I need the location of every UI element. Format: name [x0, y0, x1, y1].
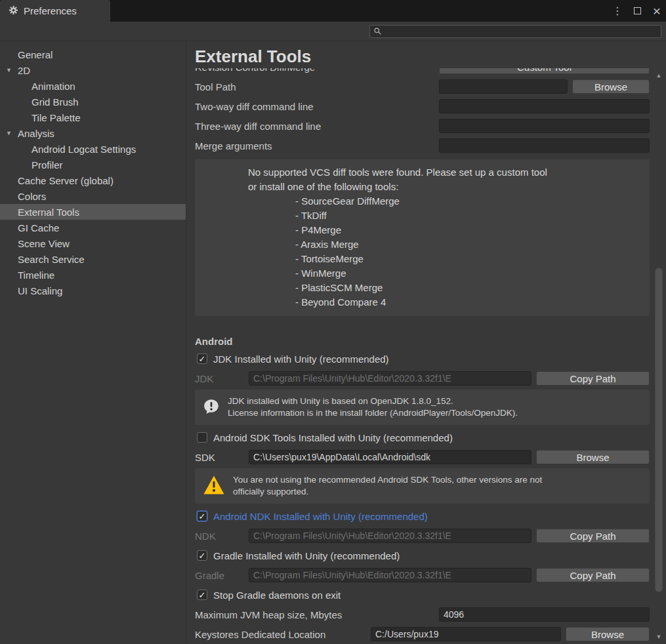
sidebar-item-colors[interactable]: Colors: [0, 188, 186, 204]
ndk-path-row: NDK C:\Program Files\Unity\Hub\Editor\20…: [195, 526, 650, 546]
toolbar: [0, 22, 666, 41]
sdk-installed-checkbox[interactable]: [197, 432, 207, 443]
jdk-info-box: JDK installed with Unity is based on Ope…: [195, 390, 650, 425]
android-section-header: Android: [195, 336, 650, 349]
sidebar-item-search-service[interactable]: Search Service: [0, 251, 186, 267]
jdk-installed-checkbox[interactable]: ✓: [197, 353, 207, 364]
sidebar-item-tile-palette[interactable]: Tile Palette: [0, 110, 186, 125]
sidebar-item-android-logcat-settings[interactable]: Android Logcat Settings: [0, 141, 186, 157]
title-bar: Preferences ⋮ ×: [0, 0, 666, 22]
jdk-path-field: C:\Program Files\Unity\Hub\Editor\2020.3…: [249, 371, 531, 386]
vertical-scrollbar[interactable]: ▲ ▼: [653, 71, 665, 641]
stop-gradle-daemons-label: Stop Gradle daemons on exit: [213, 590, 341, 601]
info-icon: [203, 398, 220, 417]
sdk-warning-box: You are not using the recommended Androi…: [195, 468, 650, 504]
sidebar-item-general[interactable]: General: [0, 47, 186, 62]
scroll-up-icon[interactable]: ▲: [653, 71, 665, 80]
tool-path-browse-button[interactable]: Browse: [572, 79, 650, 94]
tool-path-label: Tool Path: [195, 81, 439, 92]
keystores-browse-button[interactable]: Browse: [566, 627, 650, 641]
two-way-diff-row: Two-way diff command line: [195, 96, 650, 116]
check-icon: ✓: [199, 512, 206, 521]
merge-arguments-label: Merge arguments: [195, 140, 439, 151]
sidebar-item-2d[interactable]: ▼2D: [0, 62, 186, 78]
jdk-installed-label: JDK Installed with Unity (recommended): [213, 353, 389, 365]
revision-control-row: Revision Control Diff/Merge Custom Tool: [195, 68, 650, 77]
revision-control-label: Revision Control Diff/Merge: [195, 68, 439, 73]
jdk-path-row: JDK C:\Program Files\Unity\Hub\Editor\20…: [195, 369, 650, 388]
sdk-path-input[interactable]: [249, 450, 531, 464]
gradle-installed-checkbox[interactable]: ✓: [197, 550, 207, 561]
stop-gradle-daemons-checkbox[interactable]: ✓: [197, 590, 207, 600]
vcs-tool-item: - PlasticSCM Merge: [295, 281, 643, 295]
gear-icon: [9, 5, 18, 17]
page-title: External Tools: [195, 41, 650, 68]
chevron-down-icon[interactable]: ▼: [6, 130, 12, 136]
jdk-copy-path-button[interactable]: Copy Path: [536, 371, 650, 386]
sdk-path-row: SDK Browse: [195, 447, 650, 467]
vcs-tool-item: - Araxis Merge: [295, 237, 643, 252]
two-way-diff-input[interactable]: [439, 99, 650, 113]
vcs-tool-item: - SourceGear DiffMerge: [295, 194, 643, 209]
scrollbar-thumb[interactable]: [655, 268, 663, 592]
sdk-installed-label: Android SDK Tools Installed with Unity (…: [213, 432, 453, 443]
ndk-installed-checkbox[interactable]: ✓: [197, 511, 207, 521]
search-icon: [373, 26, 382, 37]
search-field[interactable]: [369, 25, 661, 38]
check-icon: ✓: [199, 552, 206, 560]
window-title: Preferences: [24, 5, 77, 16]
sidebar-item-grid-brush[interactable]: Grid Brush: [0, 94, 186, 110]
sidebar-item-analysis[interactable]: ▼Analysis: [0, 125, 186, 141]
sdk-browse-button[interactable]: Browse: [536, 450, 650, 464]
sidebar-item-profiler[interactable]: Profiler: [0, 157, 186, 172]
gradle-path-row: Gradle C:\Program Files\Unity\Hub\Editor…: [195, 565, 650, 585]
sidebar-item-external-tools[interactable]: External Tools: [0, 204, 186, 220]
kebab-menu-icon[interactable]: ⋮: [612, 6, 623, 16]
check-icon: ✓: [199, 591, 206, 599]
ndk-installed-row: ✓ Android NDK Installed with Unity (reco…: [195, 506, 650, 526]
vcs-tool-item: - TortoiseMerge: [295, 252, 643, 266]
sidebar-item-animation[interactable]: Animation: [0, 78, 186, 94]
sidebar-item-scene-view[interactable]: Scene View: [0, 235, 186, 251]
keystores-location-input[interactable]: [371, 627, 561, 641]
settings-sidebar: General ▼2D Animation Grid Brush Tile Pa…: [0, 41, 186, 643]
scroll-down-icon[interactable]: ▼: [653, 632, 665, 641]
jvm-heap-label: Maximum JVM heap size, Mbytes: [195, 609, 439, 620]
preferences-tab[interactable]: Preferences: [0, 0, 110, 22]
maximize-icon[interactable]: [632, 6, 642, 16]
gradle-copy-path-button[interactable]: Copy Path: [536, 568, 650, 582]
merge-arguments-row: Merge arguments: [195, 136, 650, 155]
keystores-location-label: Keystores Dedicated Location: [195, 629, 371, 640]
merge-arguments-input[interactable]: [439, 138, 650, 153]
sidebar-item-gi-cache[interactable]: GI Cache: [0, 220, 186, 235]
close-icon[interactable]: ×: [652, 6, 662, 16]
vcs-tool-item: - P4Merge: [295, 223, 643, 237]
gradle-installed-row: ✓ Gradle Installed with Unity (recommend…: [195, 546, 650, 565]
sdk-path-label: SDK: [195, 452, 249, 463]
vcs-tool-list: - SourceGear DiffMerge - TkDiff - P4Merg…: [295, 194, 643, 310]
ndk-path-label: NDK: [195, 531, 249, 542]
gradle-path-field: C:\Program Files\Unity\Hub\Editor\2020.3…: [249, 568, 531, 582]
chevron-down-icon[interactable]: ▼: [6, 67, 12, 73]
tool-path-input[interactable]: [439, 79, 568, 94]
two-way-diff-label: Two-way diff command line: [195, 101, 439, 112]
jdk-installed-row: ✓ JDK Installed with Unity (recommended): [195, 349, 650, 369]
vcs-tool-item: - Beyond Compare 4: [295, 295, 643, 310]
sidebar-item-cache-server[interactable]: Cache Server (global): [0, 172, 186, 188]
sidebar-item-timeline[interactable]: Timeline: [0, 267, 186, 283]
jvm-heap-input[interactable]: [439, 607, 650, 622]
external-tools-panel: External Tools Revision Control Diff/Mer…: [186, 41, 666, 643]
jvm-heap-row: Maximum JVM heap size, Mbytes: [195, 605, 650, 624]
warning-icon: [203, 475, 225, 497]
three-way-diff-input[interactable]: [439, 119, 650, 133]
sidebar-item-ui-scaling[interactable]: UI Scaling: [0, 283, 186, 298]
three-way-diff-row: Three-way diff command line: [195, 116, 650, 136]
ndk-copy-path-button[interactable]: Copy Path: [536, 529, 650, 543]
vcs-tool-item: - TkDiff: [295, 209, 643, 223]
revision-control-dropdown[interactable]: Custom Tool: [439, 68, 650, 74]
check-icon: ✓: [199, 355, 206, 363]
ndk-path-field: C:\Program Files\Unity\Hub\Editor\2020.3…: [249, 529, 531, 543]
sdk-warning-text: You are not using the recommended Androi…: [233, 474, 542, 498]
search-input[interactable]: [385, 27, 657, 37]
sdk-installed-row: Android SDK Tools Installed with Unity (…: [195, 428, 650, 447]
